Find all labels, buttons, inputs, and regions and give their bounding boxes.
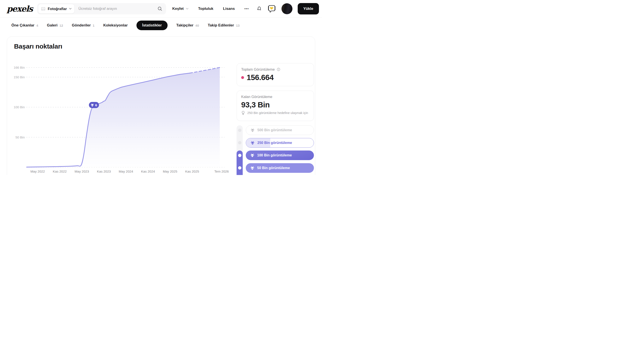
- x-tick-label: May 2024: [119, 170, 133, 173]
- y-tick-label: 166 Bin: [14, 66, 25, 69]
- tab-label: Galeri: [47, 23, 58, 27]
- rail-dot-achieved: [238, 154, 242, 157]
- more-menu-button[interactable]: •••: [244, 7, 249, 10]
- upload-button[interactable]: Yükle: [298, 3, 319, 14]
- nav-item-label: Keşfet: [172, 6, 184, 11]
- gem-icon: [250, 166, 254, 170]
- nav-item-label: Topluluk: [198, 6, 214, 11]
- y-tick-label: 150 Bin: [14, 75, 25, 79]
- badge-pill: [89, 102, 99, 108]
- gem-icon: [250, 153, 254, 158]
- pexels-logo[interactable]: pexels: [7, 4, 33, 13]
- header-nav: KeşfetToplulukLisans•••: [172, 6, 249, 11]
- lightbulb-icon: [241, 111, 246, 115]
- milestone-button-500-bin-görüntüleme[interactable]: 500 Bin görüntüleme: [246, 125, 314, 135]
- x-tick-label: Kas 2022: [53, 170, 66, 173]
- search-input[interactable]: [74, 6, 157, 11]
- total-views-card: Toplam Görüntüleme 156.664: [236, 63, 314, 86]
- info-icon[interactable]: [276, 67, 280, 72]
- tab-i̇statistikler[interactable]: İstatistikler: [136, 20, 168, 30]
- x-tick-label: Kas 2024: [141, 170, 155, 173]
- nav-item-1[interactable]: Topluluk: [198, 6, 214, 11]
- tab-label: Takipçiler: [176, 23, 194, 27]
- remaining-views-value: 93,3 Bin: [241, 100, 270, 109]
- rail-dot-pending: [238, 141, 242, 144]
- header: pexels Fotoğraflar Keşfet: [0, 0, 322, 17]
- remaining-views-hint: 250 Bin görüntüleme hedefine ulaşmak içi…: [247, 111, 312, 115]
- x-tick-label: May 2025: [163, 170, 177, 173]
- tab-label: Gönderiler: [72, 23, 91, 27]
- search-bar: Fotoğraflar: [37, 3, 166, 14]
- tab-count: 4: [36, 24, 38, 27]
- pixel-heart-bubble-icon: [268, 5, 276, 13]
- search-category-dropdown[interactable]: Fotoğraflar: [38, 4, 74, 13]
- milestone-label: 50 Bin görüntüleme: [257, 166, 290, 170]
- profile-tabs: Öne Çıkanlar4Galeri12Gönderiler1Koleksiy…: [12, 20, 240, 31]
- search-category-label: Fotoğraflar: [48, 7, 67, 11]
- notifications-button[interactable]: [256, 6, 262, 11]
- total-views-label: Toplam Görüntüleme: [241, 67, 275, 72]
- badge-count: 6: [95, 103, 97, 107]
- remaining-views-card: Kalan Görüntüleme 93,3 Bin 250 Bin görün…: [236, 91, 314, 121]
- tab-label: Koleksiyonlar: [103, 23, 128, 27]
- header-right: KeşfetToplulukLisans•••: [172, 0, 319, 17]
- nav-item-label: Lisans: [223, 6, 235, 11]
- nav-item-label: •••: [244, 7, 249, 10]
- x-tick-label: Kas 2023: [97, 170, 111, 173]
- bell-icon: [256, 6, 262, 11]
- rail-dot-pending: [238, 129, 242, 132]
- milestone-count-badge[interactable]: 6: [89, 102, 99, 108]
- milestone-button-100-bin-görüntüleme[interactable]: 100 Bin görüntüleme: [246, 151, 314, 160]
- y-tick-label: 50 Bin: [15, 135, 25, 139]
- search-button[interactable]: [157, 6, 162, 11]
- x-tick-label: Tem 2026: [214, 170, 229, 173]
- gem-icon: [250, 128, 255, 132]
- tab-gönderiler[interactable]: Gönderiler1: [72, 23, 94, 27]
- milestone-label: 100 Bin görüntüleme: [257, 153, 292, 157]
- tab-count: 40: [196, 24, 199, 27]
- tab-label: Takip Edilenler: [208, 23, 234, 27]
- milestone-button-50-bin-görüntüleme[interactable]: 50 Bin görüntüleme: [246, 163, 314, 173]
- tab-öne-çıkanlar[interactable]: Öne Çıkanlar4: [12, 23, 38, 27]
- avatar[interactable]: [282, 3, 292, 14]
- magnifier-icon: [157, 6, 162, 11]
- card-title: Başarı noktaları: [14, 43, 62, 50]
- tab-koleksiyonlar[interactable]: Koleksiyonlar: [103, 23, 128, 27]
- area-fill: [27, 68, 220, 168]
- chevron-down-icon: [186, 8, 188, 10]
- remaining-views-label: Kalan Görüntüleme: [241, 95, 272, 99]
- tab-count: 12: [59, 24, 63, 27]
- milestone-label: 250 Bin görüntüleme: [258, 141, 292, 145]
- chevron-down-icon: [69, 8, 72, 10]
- tab-count: 1: [93, 24, 94, 27]
- photo-icon: [41, 6, 46, 11]
- header-icons: [256, 3, 292, 14]
- rail-dot-achieved: [238, 166, 242, 170]
- y-tick-label: 100 Bin: [14, 105, 25, 109]
- gem-icon: [250, 141, 255, 145]
- tab-takip-edilenler[interactable]: Takip Edilenler13: [208, 23, 240, 27]
- nav-item-2[interactable]: Lisans: [223, 6, 235, 11]
- tab-takipçiler[interactable]: Takipçiler40: [176, 23, 199, 27]
- chart-series: [27, 68, 220, 168]
- challenges-button[interactable]: [268, 5, 276, 13]
- views-area-chart: 166 Bin150 Bin100 Bin50 BinMay 2022Kas 2…: [13, 61, 234, 175]
- tab-count: 13: [236, 24, 240, 27]
- pexels-statistics-page: pexels Fotoğraflar Keşfet: [0, 0, 322, 175]
- x-tick-label: May 2022: [30, 170, 45, 173]
- x-tick-label: May 2023: [75, 170, 89, 173]
- milestone-label: 500 Bin görüntüleme: [258, 128, 292, 132]
- x-tick-label: Kas 2025: [185, 170, 199, 173]
- tab-label: İstatistikler: [142, 23, 162, 27]
- milestone-button-250-bin-görüntüleme[interactable]: 250 Bin görüntüleme: [246, 138, 314, 148]
- tab-label: Öne Çıkanlar: [12, 23, 34, 27]
- goal-dot: [241, 76, 244, 79]
- nav-item-0[interactable]: Keşfet: [172, 6, 188, 11]
- tab-galeri[interactable]: Galeri12: [47, 23, 63, 27]
- total-views-value: 156.664: [247, 73, 274, 82]
